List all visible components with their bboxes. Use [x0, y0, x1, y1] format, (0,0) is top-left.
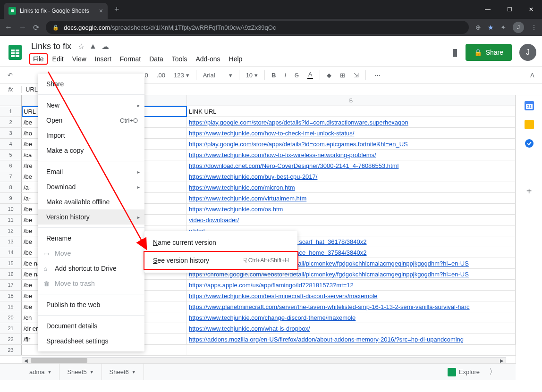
row-header[interactable]: 19 [0, 301, 22, 312]
cell[interactable]: https://www.techjunkie.com/virtualmem.ht… [187, 193, 516, 203]
see-version-history-item[interactable]: See version history ☟ Ctrl+Alt+Shift+H [144, 252, 297, 269]
new-tab-button[interactable]: + [108, 5, 126, 15]
scroll-left-icon[interactable]: ◀ [22, 358, 30, 363]
row-header[interactable]: 5 [0, 150, 22, 160]
cell[interactable]: https://download.cnet.com/Nero-CoverDesi… [187, 160, 516, 171]
row-header[interactable]: 23 [0, 345, 22, 355]
share-button[interactable]: 🔒 Share [466, 44, 512, 61]
row-header[interactable]: 6 [0, 160, 22, 171]
merge-cells-button[interactable]: ⇲ [352, 71, 361, 80]
nav-reload-icon[interactable]: ⟳ [33, 23, 39, 32]
cell[interactable]: video-downloader/ [187, 215, 516, 225]
select-all-corner[interactable] [0, 95, 22, 106]
menubar-add-ons[interactable]: Add-ons [192, 53, 224, 65]
add-addon-icon[interactable]: + [525, 186, 534, 195]
zoom-icon[interactable]: ⊕ [475, 24, 481, 31]
chevron-down-icon[interactable]: ▼ [132, 370, 136, 375]
file-menu-share[interactable]: Share [38, 76, 144, 92]
url-field[interactable]: 🔒 docs.google.com/spreadsheets/d/1IXnMj1… [46, 21, 469, 34]
row-header[interactable]: 10 [0, 204, 22, 214]
sheet-tab[interactable]: adma▼ [22, 364, 59, 381]
link[interactable]: https://www.techjunkie.com/what-is-dropb… [189, 325, 310, 332]
browser-menu-icon[interactable]: ⋮ [531, 24, 537, 31]
row-header[interactable]: 21 [0, 323, 22, 334]
window-minimize[interactable]: ― [477, 0, 499, 19]
browser-tab[interactable]: Links to fix - Google Sheets × [4, 3, 108, 19]
font-size-select[interactable]: 10 ▾ [244, 71, 260, 80]
link[interactable]: video-downloader/ [189, 217, 239, 224]
link[interactable]: https://www.techjunkie.com/buy-best-cpu-… [189, 173, 317, 180]
file-menu-open[interactable]: OpenCtrl+O [38, 113, 144, 128]
fill-color-button[interactable]: ◆ [325, 71, 333, 80]
window-maximize[interactable]: ☐ [499, 0, 520, 19]
row-header[interactable]: 1 [0, 106, 22, 117]
text-color-button[interactable]: A [305, 70, 315, 80]
undo-button[interactable]: ↶ [6, 71, 15, 80]
row-header[interactable]: 4 [0, 139, 22, 149]
row-header[interactable]: 3 [0, 128, 22, 138]
row-header[interactable]: 12 [0, 225, 22, 236]
extensions-icon[interactable]: ✦ [500, 24, 506, 31]
sheets-logo-icon[interactable] [6, 43, 25, 62]
row-header[interactable]: 15 [0, 258, 22, 268]
menubar-file[interactable]: File [29, 53, 48, 65]
italic-button[interactable]: I [282, 71, 288, 80]
row-header[interactable]: 18 [0, 291, 22, 301]
row-header[interactable]: 2 [0, 117, 22, 127]
link[interactable]: https://www.techjunkie.com/micron.htm [189, 184, 295, 191]
link[interactable]: https://www.techjunkie.com/virtualmem.ht… [189, 195, 306, 202]
row-header[interactable]: 22 [0, 334, 22, 344]
cloud-status-icon[interactable]: ☁ [102, 42, 109, 51]
collapse-toolbar-icon[interactable]: ᐱ [528, 71, 536, 80]
cell[interactable]: https://www.techjunkie.com/buy-best-cpu-… [187, 171, 516, 182]
cell[interactable]: https://www.techjunkie.com/change-discor… [187, 312, 516, 323]
account-avatar[interactable]: J [519, 44, 536, 61]
font-family-select[interactable]: Arial▾ [201, 71, 234, 80]
menubar-format[interactable]: Format [116, 53, 144, 65]
link[interactable]: https://www.techjunkie.com/change-discor… [189, 314, 356, 321]
borders-button[interactable]: ⊞ [338, 71, 347, 80]
menubar-edit[interactable]: Edit [49, 53, 68, 65]
comments-icon[interactable]: ▮ [452, 46, 458, 58]
scroll-right-icon[interactable]: ▶ [498, 358, 506, 363]
horizontal-scrollbar[interactable]: ◀ ▶ [22, 357, 506, 364]
file-menu-spreadsheet-settings[interactable]: Spreadsheet settings [38, 334, 144, 349]
row-header[interactable]: 11 [0, 215, 22, 225]
tab-close-icon[interactable]: × [99, 7, 103, 15]
window-close[interactable]: ✕ [520, 0, 542, 19]
sheet-tab[interactable]: Sheet5▼ [59, 364, 102, 381]
increase-decimal-button[interactable]: .00 [155, 71, 167, 80]
menubar-insert[interactable]: Insert [91, 53, 115, 65]
link[interactable]: https://www.techjunkie.com/best-minecraf… [189, 292, 378, 300]
cell[interactable]: https://www.techjunkie.com/os.htm [187, 204, 516, 214]
cell[interactable]: https://play.google.com/store/apps/detai… [187, 117, 516, 127]
menubar-tools[interactable]: Tools [168, 53, 191, 65]
link[interactable]: https://www.techjunkie.com/how-to-fix-wi… [189, 151, 376, 158]
star-icon[interactable]: ☆ [78, 42, 85, 51]
row-header[interactable]: 8 [0, 182, 22, 192]
row-header[interactable]: 14 [0, 247, 22, 258]
file-menu-new[interactable]: New [38, 98, 144, 113]
side-panel-toggle-icon[interactable]: 〉 [489, 367, 497, 377]
calendar-addon-icon[interactable]: 31 [525, 101, 534, 110]
row-header[interactable]: 13 [0, 236, 22, 247]
cell[interactable]: https://www.techjunkie.com/what-is-dropb… [187, 323, 516, 334]
file-menu-version-history[interactable]: Version history [38, 209, 144, 225]
link[interactable]: https://download.cnet.com/Nero-CoverDesi… [189, 162, 398, 169]
chevron-down-icon[interactable]: ▼ [48, 370, 52, 375]
browser-profile-avatar[interactable]: J [513, 22, 524, 33]
file-menu-document-details[interactable]: Document details [38, 318, 144, 334]
column-header-b[interactable]: B [187, 95, 516, 106]
row-header[interactable]: 16 [0, 269, 22, 279]
cell[interactable]: https://www.techjunkie.com/micron.htm [187, 182, 516, 192]
file-menu-email[interactable]: Email [38, 164, 144, 179]
name-current-version-item[interactable]: Name current version [144, 234, 297, 251]
cell[interactable] [187, 345, 516, 355]
formula-input[interactable]: URL [22, 86, 38, 93]
sheet-tab[interactable]: Sheet6▼ [102, 364, 144, 381]
strikethrough-button[interactable]: S [293, 71, 301, 80]
file-menu-import[interactable]: Import [38, 128, 144, 143]
cell[interactable]: https://addons.mozilla.org/en-US/firefox… [187, 334, 516, 344]
keep-addon-icon[interactable] [525, 120, 534, 129]
menubar-view[interactable]: View [68, 53, 90, 65]
